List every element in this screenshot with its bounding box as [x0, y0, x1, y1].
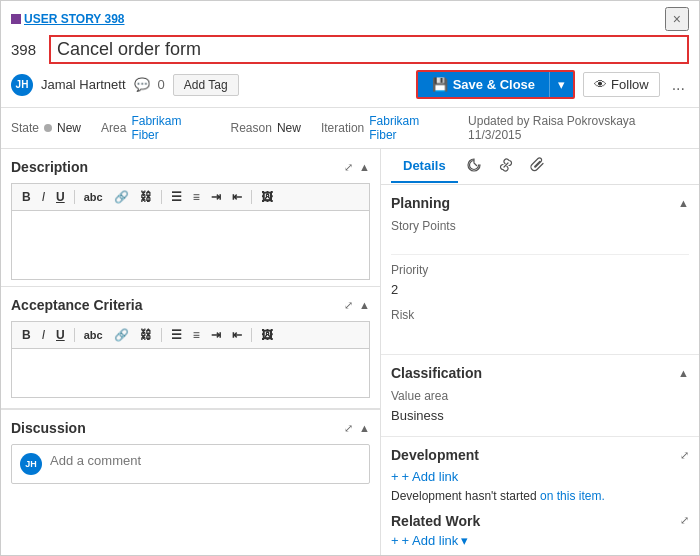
- ac-image-button[interactable]: 🖼: [257, 326, 277, 344]
- italic-button[interactable]: I: [38, 188, 49, 206]
- header-top: USER STORY 398 ×: [11, 7, 689, 31]
- user-story-icon: [11, 14, 21, 24]
- bold-button[interactable]: B: [18, 188, 35, 206]
- acceptance-title: Acceptance Criteria: [11, 297, 143, 313]
- iteration-label: Iteration: [321, 121, 364, 135]
- avatar: JH: [11, 74, 33, 96]
- ac-ol-button[interactable]: ≡: [189, 326, 204, 344]
- classification-collapse-button[interactable]: ▲: [678, 367, 689, 379]
- work-item-id: 398: [11, 41, 41, 58]
- ac-indent-button[interactable]: ⇥: [207, 326, 225, 344]
- description-header: Description ⤢ ▲: [11, 159, 370, 175]
- right-panel: Details: [381, 149, 699, 555]
- save-close-group: 💾 Save & Close ▾: [416, 70, 575, 99]
- area-item: Area Fabrikam Fiber: [101, 114, 210, 142]
- tab-links[interactable]: [490, 149, 522, 184]
- story-points-label: Story Points: [391, 219, 689, 233]
- no-links-text: There are no links in this group.: [391, 553, 559, 555]
- save-close-button[interactable]: 💾 Save & Close: [418, 72, 549, 97]
- add-link-button[interactable]: + + Add link: [391, 469, 458, 484]
- iteration-value[interactable]: Fabrikam Fiber: [369, 114, 448, 142]
- ac-underline-button[interactable]: U: [52, 326, 69, 344]
- ol-button[interactable]: ≡: [189, 188, 204, 206]
- tabs: Details: [381, 149, 699, 185]
- ac-outdent-button[interactable]: ⇤: [228, 326, 246, 344]
- story-points-value[interactable]: [391, 235, 689, 255]
- work-item-type-link[interactable]: USER STORY 398: [24, 12, 125, 26]
- title-input[interactable]: [49, 35, 689, 64]
- ul-button[interactable]: ☰: [167, 188, 186, 206]
- tab-details[interactable]: Details: [391, 150, 458, 183]
- discussion-expand-button[interactable]: ⤢: [344, 422, 353, 435]
- description-collapse-button[interactable]: ▲: [359, 161, 370, 173]
- state-item: State New: [11, 121, 81, 135]
- ac-strikethrough-button[interactable]: abc: [80, 327, 107, 343]
- description-expand-button[interactable]: ⤢: [344, 161, 353, 174]
- updated-text: Updated by Raisa Pokrovskaya 11/3/2015: [468, 114, 689, 142]
- link-button[interactable]: 🔗: [110, 188, 133, 206]
- development-section: Development ⤢ + + Add link Development h…: [381, 437, 699, 555]
- sep4: [74, 328, 75, 342]
- discussion-controls: ⤢ ▲: [344, 422, 370, 435]
- tab-history[interactable]: [458, 149, 490, 184]
- acceptance-controls: ⤢ ▲: [344, 299, 370, 312]
- work-item-type: USER STORY 398: [11, 12, 125, 26]
- related-work-title: Related Work: [391, 513, 480, 529]
- history-icon: [466, 157, 482, 173]
- area-value[interactable]: Fabrikam Fiber: [131, 114, 210, 142]
- description-editor[interactable]: [11, 210, 370, 280]
- acceptance-section: Acceptance Criteria ⤢ ▲ B I U abc 🔗 ⛓ ☰: [1, 287, 380, 409]
- ac-ul-button[interactable]: ☰: [167, 326, 186, 344]
- ac-italic-button[interactable]: I: [38, 326, 49, 344]
- discussion-collapse-button[interactable]: ▲: [359, 422, 370, 434]
- dev-expand-button[interactable]: ⤢: [680, 449, 689, 462]
- tab-attachments[interactable]: [522, 149, 554, 184]
- state-value: New: [57, 121, 81, 135]
- follow-button[interactable]: 👁 Follow: [583, 72, 660, 97]
- underline-button[interactable]: U: [52, 188, 69, 206]
- description-toolbar: B I U abc 🔗 ⛓ ☰ ≡ ⇥ ⇤ 🖼: [11, 183, 370, 210]
- more-button[interactable]: ...: [668, 72, 689, 98]
- dev-note: Development hasn't started on this item.: [391, 488, 689, 505]
- risk-label: Risk: [391, 308, 689, 322]
- indent-button[interactable]: ⇥: [207, 188, 225, 206]
- meta-row: State New Area Fabrikam Fiber Reason New…: [1, 108, 699, 149]
- header: USER STORY 398 × 398 JH Jamal Hartnett 💬…: [1, 1, 699, 108]
- close-button[interactable]: ×: [665, 7, 689, 31]
- comment-input[interactable]: [50, 453, 361, 468]
- acceptance-expand-button[interactable]: ⤢: [344, 299, 353, 312]
- dev-title: Development: [391, 447, 479, 463]
- dev-note-link: on this item.: [540, 489, 605, 503]
- comment-avatar: JH: [20, 453, 42, 475]
- value-area-label: Value area: [391, 389, 689, 403]
- author-name: Jamal Hartnett: [41, 77, 126, 92]
- acceptance-editor[interactable]: [11, 348, 370, 398]
- left-panel: Description ⤢ ▲ B I U abc 🔗 ⛓ ☰ ≡: [1, 149, 381, 555]
- classification-section: Classification ▲ Value area Business: [381, 355, 699, 437]
- comment-box: JH: [11, 444, 370, 484]
- related-work-expand-button[interactable]: ⤢: [680, 514, 689, 527]
- sep3: [251, 190, 252, 204]
- sep6: [251, 328, 252, 342]
- ac-link-button[interactable]: 🔗: [110, 326, 133, 344]
- outdent-button[interactable]: ⇤: [228, 188, 246, 206]
- link2-button[interactable]: ⛓: [136, 188, 156, 206]
- value-area-value[interactable]: Business: [391, 405, 689, 426]
- ac-link2-button[interactable]: ⛓: [136, 326, 156, 344]
- risk-value[interactable]: [391, 324, 689, 344]
- planning-collapse-button[interactable]: ▲: [678, 197, 689, 209]
- acceptance-toolbar: B I U abc 🔗 ⛓ ☰ ≡ ⇥ ⇤ 🖼: [11, 321, 370, 348]
- save-dropdown-button[interactable]: ▾: [549, 72, 573, 97]
- image-button[interactable]: 🖼: [257, 188, 277, 206]
- priority-value[interactable]: 2: [391, 279, 689, 300]
- add-link-label: + Add link: [402, 469, 459, 484]
- strikethrough-button[interactable]: abc: [80, 189, 107, 205]
- add-tag-button[interactable]: Add Tag: [173, 74, 239, 96]
- attachment-icon: [530, 157, 546, 173]
- sep5: [161, 328, 162, 342]
- work-item-window: USER STORY 398 × 398 JH Jamal Hartnett 💬…: [0, 0, 700, 556]
- add-link-with-arrow-button[interactable]: + + Add link ▾: [391, 533, 468, 548]
- acceptance-collapse-button[interactable]: ▲: [359, 299, 370, 311]
- toolbar-row: JH Jamal Hartnett 💬 0 Add Tag 💾 Save & C…: [11, 70, 689, 107]
- ac-bold-button[interactable]: B: [18, 326, 35, 344]
